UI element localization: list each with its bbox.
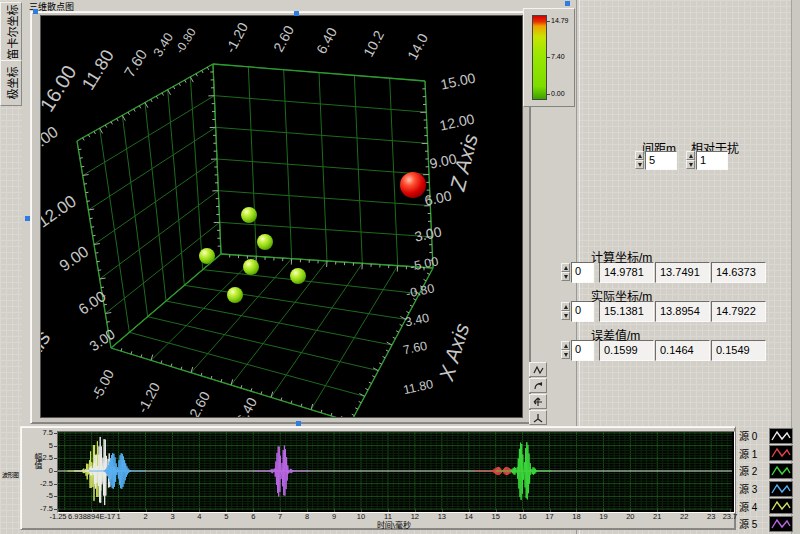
axis-tick-label: 7.60 [120, 46, 150, 80]
decrement-icon[interactable] [561, 350, 570, 359]
waveform-x-axis-label: 时间\毫秒 [321, 519, 467, 530]
estimated-source-point [400, 172, 426, 198]
selection-handle[interactable] [294, 11, 299, 16]
x-axis-title: X Axis [434, 320, 474, 384]
x-tick-label: 7 [278, 512, 282, 521]
axis-tick-label: 3.40 [150, 30, 176, 59]
legend-item[interactable]: 源 5 [739, 515, 799, 533]
increment-icon[interactable] [561, 302, 570, 311]
pan-tool-button[interactable] [529, 394, 547, 409]
color-scale[interactable]: 14.79 7.40 0.00 [523, 8, 575, 107]
pan-icon [533, 397, 544, 407]
actual-y-value: 13.8954 [655, 301, 710, 322]
actual-index-stepper[interactable] [561, 302, 570, 320]
decrement-icon[interactable] [561, 272, 570, 281]
waveform-frame: 幅值 7.552.50-2.5-5-7.5 -1.256.938894E-171… [20, 426, 736, 530]
x-tick-label: 18 [572, 512, 580, 521]
plot3d-svg: 15.0012.009.006.003.00-5.00-0.803.407.60… [41, 16, 522, 417]
waveform-style-icon[interactable] [769, 516, 793, 532]
selection-handle[interactable] [565, 1, 570, 6]
axis-tick-label: 12.00 [438, 111, 476, 134]
spacing-input[interactable]: 5 [645, 151, 677, 170]
selection-handle[interactable] [33, 9, 38, 14]
graph3d-plot-area[interactable]: 15.0012.009.006.003.00-5.00-0.803.407.60… [40, 15, 523, 418]
interference-input[interactable]: 1 [696, 151, 728, 170]
tab-cartesian-label: 笛卡尔坐标 [3, 4, 19, 59]
axes-icon [533, 413, 544, 423]
waveform-style-icon[interactable] [769, 428, 793, 444]
legend-item[interactable]: 源 4 [739, 497, 799, 515]
legend-label: 源 4 [739, 499, 769, 514]
x-tick-label: -1.25 [49, 512, 66, 521]
waveform-panel-label: 波形图 [2, 470, 20, 479]
x-tick-label: 17 [545, 512, 553, 521]
decrement-icon[interactable] [635, 160, 644, 169]
tab-cartesian-coordinates[interactable]: 笛卡尔坐标 [0, 2, 22, 61]
computed-z-value: 14.6373 [711, 262, 766, 283]
computed-coords-label: 计算坐标/m [591, 248, 652, 265]
computed-index-stepper[interactable] [561, 263, 570, 281]
waveform-style-icon[interactable] [769, 498, 793, 514]
decrement-icon[interactable] [686, 160, 695, 169]
waveform-style-icon[interactable] [769, 445, 793, 461]
rotate-icon [533, 381, 544, 391]
legend-item[interactable]: 源 3 [739, 480, 799, 498]
tab-polar-label: 极坐标 [3, 67, 19, 100]
x-tick-label: 19 [599, 512, 607, 521]
axis-tick-label: 6.40 [313, 25, 340, 57]
x-tick-label: 23.7 [723, 512, 738, 521]
x-tick-label: 6 [251, 512, 255, 521]
waveform-legend: 源 0源 1源 2源 3源 4源 5 [739, 427, 799, 533]
receiver-point [243, 259, 259, 275]
tab-polar-coordinates[interactable]: 极坐标 [0, 60, 22, 106]
legend-label: 源 0 [739, 428, 769, 443]
x-tick-label: 6.938894E-17 [68, 512, 115, 521]
axis-tick-label: 12.00 [41, 192, 80, 232]
receiver-point [290, 268, 306, 284]
axis-tick-label: -1.20 [222, 20, 251, 56]
receiver-point [227, 287, 243, 303]
color-scale-tick [547, 57, 550, 58]
error-y-value: 0.1464 [655, 340, 710, 361]
interference-stepper[interactable] [686, 151, 695, 169]
error-z-value: 0.1549 [711, 340, 766, 361]
zoom-tool-button[interactable] [529, 362, 547, 377]
computed-x-value: 14.9781 [599, 262, 654, 283]
error-index-stepper[interactable] [561, 341, 570, 359]
x-tick-label: 4 [197, 512, 201, 521]
axis-tick-label: -5.00 [409, 254, 440, 274]
computed-index-input[interactable]: 0 [571, 262, 594, 283]
waveform-style-icon[interactable] [769, 481, 793, 497]
selection-handle[interactable] [25, 216, 30, 221]
axis-tick-label: -0.80 [172, 25, 199, 56]
selection-handle[interactable] [296, 421, 301, 426]
legend-item[interactable]: 源 1 [739, 445, 799, 463]
rotate-tool-button[interactable] [529, 378, 547, 393]
color-gradient-bar [532, 15, 547, 100]
waveform-style-icon[interactable] [769, 463, 793, 479]
axis-tick-label: 10.2 [360, 28, 387, 60]
color-scale-min: 0.00 [551, 90, 565, 97]
increment-icon[interactable] [686, 151, 695, 160]
increment-icon[interactable] [561, 341, 570, 350]
axis-tick-label: 11.80 [402, 377, 435, 397]
decrement-icon[interactable] [561, 311, 570, 320]
receiver-point [199, 248, 215, 264]
increment-icon[interactable] [561, 263, 570, 272]
actual-index-input[interactable]: 0 [571, 301, 594, 322]
spacing-stepper[interactable] [635, 151, 644, 169]
x-tick-label: 15 [492, 512, 500, 521]
color-scale-tick [547, 21, 550, 22]
receiver-point [241, 207, 257, 223]
x-tick-label: 8 [305, 512, 309, 521]
axis-tick-label: 3.00 [86, 325, 118, 354]
increment-icon[interactable] [635, 151, 644, 160]
legend-label: 源 2 [739, 463, 769, 478]
legend-item[interactable]: 源 2 [739, 462, 799, 480]
x-tick-label: 2 [143, 512, 147, 521]
error-x-value: 0.1599 [599, 340, 654, 361]
x-tick-label: 16 [518, 512, 526, 521]
error-index-input[interactable]: 0 [571, 340, 594, 361]
axes-tool-button[interactable] [529, 410, 547, 425]
legend-item[interactable]: 源 0 [739, 427, 799, 445]
